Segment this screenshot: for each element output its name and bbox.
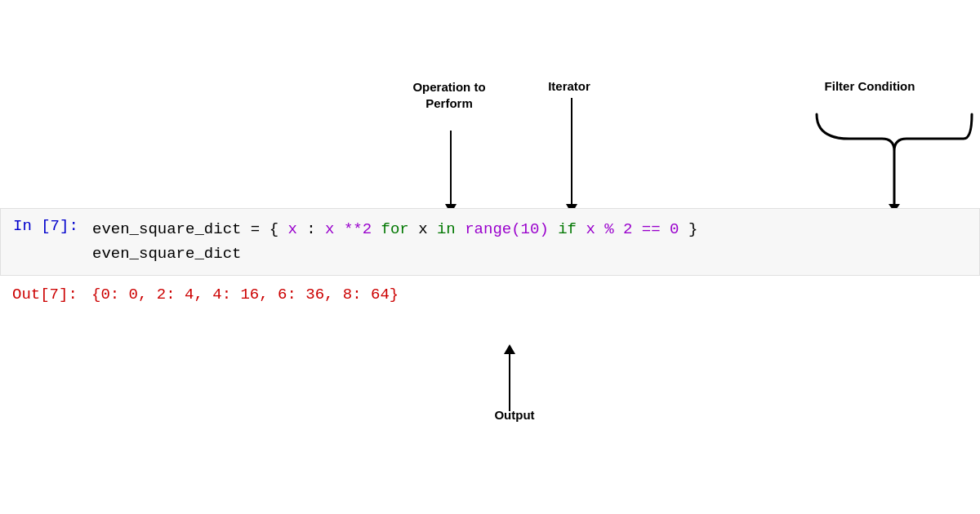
out-text: {0: 0, 2: 4, 4: 16, 6: 36, 8: 64} [91, 286, 399, 304]
filter-brace [800, 106, 980, 212]
code-line-2: even_square_dict [92, 241, 697, 266]
code-cell: In [7]: even_square_dict = { x : x **2 f… [0, 208, 980, 313]
iterator-label: Iterator [537, 79, 602, 93]
output-label: Output [482, 408, 547, 422]
operation-label: Operation to Perform [400, 79, 498, 111]
iterator-arrow [566, 98, 577, 214]
filter-label: Filter Condition [804, 79, 935, 93]
code-line-1: even_square_dict = { x : x **2 for x in … [92, 217, 697, 241]
output-cell: Out[7]: {0: 0, 2: 4, 4: 16, 6: 36, 8: 64… [0, 276, 980, 313]
operation-arrow [445, 131, 457, 214]
in-label: In [7]: [13, 217, 82, 235]
output-arrow [504, 344, 515, 411]
page: Operation to Perform Iterator Filter Con… [0, 0, 980, 514]
out-label: Out[7]: [12, 286, 82, 304]
input-cell: In [7]: even_square_dict = { x : x **2 f… [0, 208, 980, 276]
code-lines: even_square_dict = { x : x **2 for x in … [92, 217, 697, 267]
